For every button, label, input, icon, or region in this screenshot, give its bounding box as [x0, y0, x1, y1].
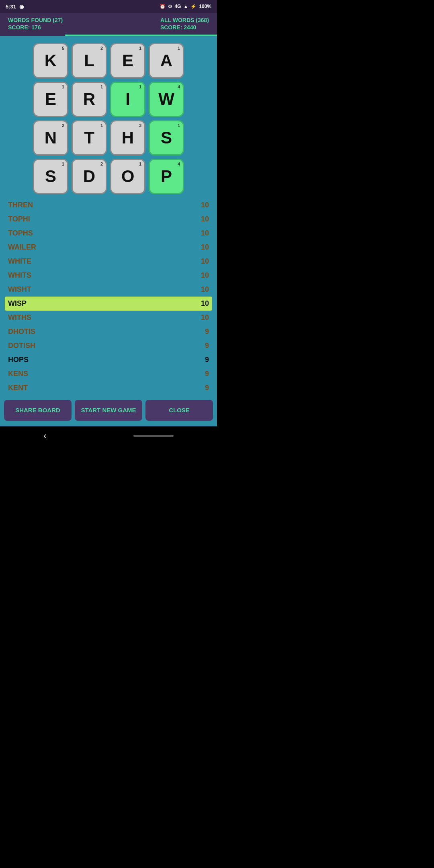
word-score: 9: [205, 384, 209, 392]
word-text: THREN: [8, 201, 33, 209]
words-found-col: WORDS FOUND (27) SCORE: 176: [8, 17, 63, 31]
words-found-score: SCORE: 176: [8, 24, 63, 31]
word-text: WAILER: [8, 243, 36, 252]
word-text: WISHT: [8, 285, 31, 294]
tile-t-9[interactable]: 1T: [72, 120, 107, 156]
tile-d-13[interactable]: 2D: [72, 159, 107, 194]
word-text: WHITS: [8, 271, 31, 280]
word-text: DHOTIS: [8, 328, 35, 336]
word-row: TOPHI10: [6, 212, 211, 226]
nav-bar: ‹: [0, 426, 217, 447]
close-button[interactable]: CLOSE: [145, 400, 213, 421]
word-score: 10: [201, 229, 209, 237]
tile-letter-11: S: [161, 129, 172, 146]
tile-letter-10: H: [122, 129, 134, 146]
tile-letter-13: D: [83, 168, 95, 185]
all-words-label: ALL WORDS (368): [160, 17, 209, 23]
word-row: WHITE10: [6, 254, 211, 268]
word-score: 10: [201, 285, 209, 294]
tile-k-0[interactable]: 5K: [33, 43, 68, 78]
word-text: TOPHS: [8, 229, 33, 237]
word-row: TOPHS10: [6, 226, 211, 240]
tile-score-4: 1: [62, 84, 64, 89]
word-row: THREN10: [6, 198, 211, 212]
signal-icon: ▲: [183, 4, 188, 9]
tile-o-14[interactable]: 1O: [110, 159, 145, 194]
tile-score-1: 2: [100, 46, 103, 51]
alarm-icon: ⏰: [160, 4, 166, 9]
tile-letter-7: W: [158, 91, 174, 108]
word-text: WHITE: [8, 257, 31, 266]
word-row: DOTISH9: [6, 339, 211, 353]
tile-e-2[interactable]: 1E: [110, 43, 145, 78]
tile-score-3: 1: [178, 46, 180, 51]
tile-n-8[interactable]: 2N: [33, 120, 68, 156]
word-row: DHOTIS9: [6, 325, 211, 339]
tile-letter-3: A: [160, 52, 172, 69]
tile-l-1[interactable]: 2L: [72, 43, 107, 78]
tile-score-14: 1: [139, 162, 141, 166]
tile-score-11: 1: [178, 123, 180, 128]
tile-score-8: 2: [62, 123, 64, 128]
network-label: 4G: [174, 4, 181, 9]
tile-e-4[interactable]: 1E: [33, 82, 68, 117]
word-list-area: THREN10TOPHI10TOPHS10WAILER10WHITE10WHIT…: [0, 198, 217, 395]
share-board-button[interactable]: SHARE BOARD: [4, 400, 72, 421]
word-row: WISP10: [5, 297, 212, 311]
tile-p-15[interactable]: 4P: [149, 159, 184, 194]
tile-s-12[interactable]: 1S: [33, 159, 68, 194]
tile-i-6[interactable]: 1I: [110, 82, 145, 117]
battery-label: 100%: [199, 4, 211, 9]
game-board-area: 5K2L1E1A1E1R1I4W2N1T3H1S1S2D1O4P: [0, 36, 217, 198]
tile-score-12: 1: [62, 162, 64, 166]
tile-score-2: 1: [139, 46, 141, 51]
word-score: 9: [205, 328, 209, 336]
tile-letter-8: N: [45, 129, 57, 146]
all-words-col: ALL WORDS (368) SCORE: 2440: [160, 17, 209, 31]
tile-letter-12: S: [45, 168, 56, 185]
battery-icon: ⚡: [190, 4, 197, 9]
word-text: WISP: [8, 299, 27, 308]
word-row: WAILER10: [6, 240, 211, 254]
word-score: 10: [201, 271, 209, 280]
tile-letter-4: E: [45, 91, 56, 108]
words-found-label: WORDS FOUND (27): [8, 17, 63, 23]
back-button[interactable]: ‹: [43, 431, 46, 441]
word-text: KENS: [8, 370, 28, 378]
word-text: TOPHI: [8, 215, 30, 223]
tile-letter-2: E: [122, 52, 133, 69]
time: 5:31: [6, 4, 16, 10]
tile-r-5[interactable]: 1R: [72, 82, 107, 117]
word-row: WITHS10: [6, 311, 211, 325]
word-text: WITHS: [8, 313, 31, 322]
all-words-score: SCORE: 2440: [160, 24, 209, 31]
word-score: 9: [205, 342, 209, 350]
start-new-game-button[interactable]: START NEW GAME: [75, 400, 142, 421]
word-row: HOPS9: [6, 353, 211, 367]
tile-score-5: 1: [100, 84, 103, 89]
word-row: KENS9: [6, 367, 211, 381]
board-grid: 5K2L1E1A1E1R1I4W2N1T3H1S1S2D1O4P: [33, 43, 184, 194]
score-header: WORDS FOUND (27) SCORE: 176 ALL WORDS (3…: [0, 13, 217, 35]
tile-h-10[interactable]: 3H: [110, 120, 145, 156]
word-score: 9: [205, 356, 209, 364]
tile-score-7: 4: [178, 84, 180, 89]
word-text: DOTISH: [8, 342, 35, 350]
pandora-icon: ◉: [19, 4, 24, 10]
tile-s-11[interactable]: 1S: [149, 120, 184, 156]
tile-letter-1: L: [84, 52, 94, 69]
word-score: 10: [201, 201, 209, 209]
word-score: 10: [201, 299, 209, 308]
tile-w-7[interactable]: 4W: [149, 82, 184, 117]
word-score: 10: [201, 243, 209, 252]
word-score: 10: [201, 313, 209, 322]
location-icon: ⊙: [168, 4, 172, 9]
status-bar: 5:31 ◉ ⏰ ⊙ 4G ▲ ⚡ 100%: [0, 0, 217, 13]
tile-score-0: 5: [62, 46, 64, 51]
tile-score-15: 4: [178, 162, 180, 166]
tile-letter-15: P: [161, 168, 172, 185]
tile-letter-9: T: [84, 129, 94, 146]
home-pill[interactable]: [133, 435, 174, 437]
tile-a-3[interactable]: 1A: [149, 43, 184, 78]
tile-letter-6: I: [125, 91, 130, 108]
